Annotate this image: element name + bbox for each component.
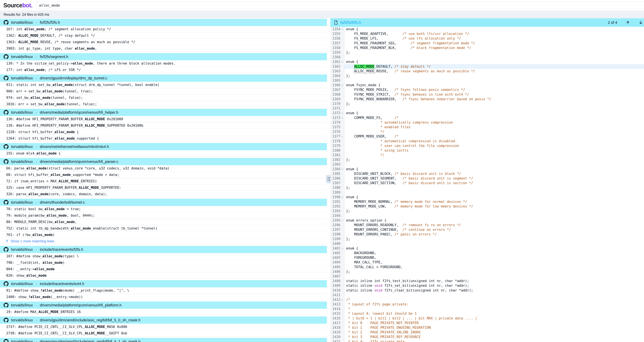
match-line[interactable]: 2738: #define PCIE_CI_CNTL__CI_SLV_CPL_A… — [0, 330, 327, 336]
file-path: drivers/media/platform/qcom/venus/hfi_he… — [40, 110, 118, 115]
match-line[interactable]: 2737: #define PCIE_CI_CNTL__CI_SLV_CPL_A… — [0, 324, 327, 330]
match-line[interactable]: 155: enum mlx4_alloc_mode { — [0, 150, 327, 157]
search-results-list: torvalds/linux·fs/f2fs/f2fs.h167: int al… — [0, 19, 327, 342]
comment-text: /* segment fragmentation mode */ — [410, 41, 475, 45]
file-group-header[interactable]: torvalds/linux·drivers/media/platform/qc… — [0, 301, 327, 309]
fold-chevron-icon[interactable]: ∨ — [340, 195, 344, 199]
match-term: ALLOC_MODE — [85, 325, 105, 329]
file-group-header[interactable]: torvalds/linux·fs/f2fs/f2fs.h — [0, 19, 327, 26]
code-line: 1378 * automatical compression is disabl… — [330, 139, 644, 143]
file-group-header[interactable]: torvalds/linux·drivers/thunderbolt/tunne… — [0, 199, 327, 206]
match-line[interactable]: 911: static int set_bw_alloc_mode(struct… — [0, 82, 327, 88]
match-line[interactable]: 107: #define show_alloc_mode(type) \ — [0, 253, 327, 259]
match-line[interactable]: 1363: ALLOC_MODE_REUSE, /* reuse segment… — [0, 39, 327, 45]
match-line[interactable]: 78: static bool bw_alloc_mode = true; — [0, 206, 327, 212]
fold-chevron-icon[interactable]: ∨ — [340, 297, 344, 302]
comment-text: /* — [394, 134, 398, 138]
match-line[interactable]: 325: case HFI_PROPERTY_PARAM_BUFFER_ALLO… — [0, 185, 327, 191]
sourcebot-logo[interactable]: Sourcebot. — [3, 2, 32, 9]
match-position: 2 of 4 — [608, 21, 617, 25]
match-term: alloc_mode — [54, 220, 75, 224]
resize-handle[interactable] — [326, 175, 331, 183]
main-split-view: torvalds/linux·fs/f2fs/f2fs.h167: int al… — [0, 18, 644, 342]
match-line[interactable]: 91: #define show_falloc_mode(mode) __pri… — [0, 287, 327, 294]
match-line[interactable]: 19: #define MAX_ALLOC_MODE_ENTRIES 16 — [0, 309, 327, 315]
code-line: 1377∨ COMPR_MODE_USER, /* — [330, 134, 644, 139]
github-icon — [4, 54, 8, 59]
match-line[interactable]: 820: show_alloc_mode — [0, 272, 327, 279]
match-line[interactable]: 804: __entry->alloc_mode — [0, 266, 327, 272]
file-icon — [334, 21, 338, 25]
previous-match-button[interactable] — [626, 20, 630, 25]
github-icon — [4, 144, 8, 149]
fold-chevron-icon[interactable]: ∨ — [340, 59, 344, 64]
search-input[interactable]: alloc_mode — [36, 2, 644, 9]
match-line[interactable]: 761: if (!bw_alloc_mode) — [0, 232, 327, 238]
code-line: 1360 — [330, 55, 644, 59]
code-content: * — [344, 306, 644, 311]
fold-chevron-icon[interactable]: ∨ — [340, 167, 344, 171]
match-line[interactable]: 72: if (num_entries > MAX_ALLOC_MODE_ENT… — [0, 178, 327, 185]
code-content: * automatical compression is disabled. — [344, 139, 644, 143]
line-number: 1410 — [330, 288, 344, 293]
match-line[interactable]: 3903: int gc_type, int type, char alloc_… — [0, 45, 327, 52]
comment-text: */ — [346, 130, 384, 134]
match-line[interactable]: 1362: ALLOC_MODE_DEFAULT, /* stay defaul… — [0, 33, 327, 39]
fold-chevron-icon[interactable]: ∨ — [340, 83, 344, 87]
code-line: 1412∨/* — [330, 297, 644, 302]
file-group-header[interactable]: torvalds/linux·include/trace/events/ext4… — [0, 280, 327, 287]
match-line[interactable]: 1128: struct hfi_buffer_alloc_mode { — [0, 129, 327, 135]
code-line: 1411 — [330, 293, 644, 297]
match-line[interactable]: 66: parse_alloc_mode(struct venus_core *… — [0, 165, 327, 172]
match-line[interactable]: 136: #define HFI_PROPERTY_PARAM_BUFFER_A… — [0, 116, 327, 122]
match-line[interactable]: 752: static int tb_dp_bandwidth_alloc_mo… — [0, 225, 327, 232]
line-number: 1356 — [330, 36, 344, 41]
match-line[interactable]: 167: int alloc_mode; /* segment allocati… — [0, 26, 327, 33]
match-line[interactable]: 68: struct hfi_buffer_alloc_mode_support… — [0, 172, 327, 178]
code-content: * using ioctls — [344, 148, 644, 153]
code-content: enum { — [344, 195, 644, 199]
github-icon — [4, 303, 8, 307]
code-line: 1397 MOUNT_ERRORS_CONTINUE, /* continue … — [330, 227, 644, 232]
match-line[interactable]: 80: MODULE_PARM_DESC(bw_alloc_mode, — [0, 219, 327, 225]
fold-chevron-icon[interactable]: ∨ — [340, 218, 344, 223]
match-line[interactable]: 974: set_bw_alloc_mode(tunnel, false); — [0, 95, 327, 101]
file-group-header[interactable]: torvalds/linux·include/trace/events/f2fs… — [0, 246, 327, 253]
match-line[interactable]: 139: #define HFI_PROPERTY_PARAM_BUFFER_A… — [0, 122, 327, 129]
preview-file-name[interactable]: fs/f2fs/f2fs.h — [340, 20, 361, 25]
code-content: * bit 4- f2fs private data — [344, 339, 644, 342]
file-group-header[interactable]: torvalds/linux·drivers/gpu/drm/display/d… — [0, 75, 327, 82]
comment-text: * automatically compress compression — [346, 121, 453, 124]
line-number: 1393 — [330, 209, 344, 213]
file-group-header[interactable]: torvalds/linux·drivers/gpu/drm/amd/inclu… — [0, 316, 327, 324]
fold-chevron-icon[interactable]: ∨ — [340, 27, 344, 32]
file-group-header[interactable]: torvalds/linux·fs/f2fs/segment.h — [0, 53, 327, 60]
match-line[interactable]: 79: module_param(bw_alloc_mode, bool, 04… — [0, 212, 327, 219]
file-group: torvalds/linux·drivers/media/platform/qc… — [0, 301, 327, 315]
match-line[interactable]: 139: * In the victim_sel_policy->alloc_m… — [0, 60, 327, 67]
code-content — [344, 78, 644, 83]
code-line: 1381 */ — [330, 153, 644, 157]
match-line[interactable]: 177: int alloc_mode; /* LFS or SSR */ — [0, 67, 327, 73]
line-number: 1365 — [330, 78, 344, 83]
match-line[interactable]: 1016: err = set_bw_alloc_mode(tunnel, fa… — [0, 101, 327, 108]
next-match-button[interactable] — [638, 20, 643, 25]
match-line[interactable]: 326: parse_alloc_mode(core, codecs, doma… — [0, 191, 327, 197]
file-group-header[interactable]: torvalds/linux·drivers/gpu/drm/amd/inclu… — [0, 338, 327, 342]
match-line[interactable]: 960: err = set_bw_alloc_mode(tunnel, tru… — [0, 88, 327, 95]
code-line: 1398 MOUNT_ERRORS_PANIC, /* panic on err… — [330, 232, 644, 237]
match-term: alloc_mode — [26, 273, 47, 277]
line-number: 1371 — [330, 106, 344, 111]
file-group-header[interactable]: torvalds/linux·drivers/net/ethernet/mell… — [0, 143, 327, 150]
match-line[interactable]: 790: __field(int, alloc_mode) — [0, 259, 327, 266]
fold-chevron-icon[interactable]: ∨ — [340, 116, 344, 120]
fold-chevron-icon[interactable]: ∨ — [340, 246, 344, 251]
file-group-header[interactable]: torvalds/linux·drivers/media/platform/qc… — [0, 158, 327, 165]
fold-chevron-icon[interactable]: ∨ — [340, 111, 344, 115]
show-more-link[interactable]: Show 1 more matching lines — [0, 238, 327, 245]
match-line[interactable]: 1264: struct hfi_buffer_alloc_mode_suppo… — [0, 135, 327, 142]
fold-chevron-icon[interactable]: ∨ — [340, 134, 344, 139]
match-line[interactable]: 1400: show_falloc_mode(__entry->mode)) — [0, 294, 327, 300]
code-content: MOUNT_ERRORS_READONLY, /* remount fs ro … — [344, 223, 644, 227]
file-group-header[interactable]: torvalds/linux·drivers/media/platform/qc… — [0, 109, 327, 116]
